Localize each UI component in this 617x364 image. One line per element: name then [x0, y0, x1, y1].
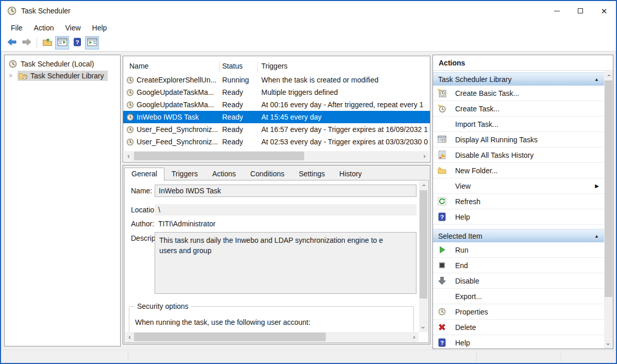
scroll-left-icon[interactable]: ‹ [125, 332, 134, 342]
details-horizontal-scrollbar[interactable]: ‹ › [125, 332, 419, 342]
action-item-label: Properties [455, 308, 488, 316]
actions-panel-body: Task Scheduler Library ▲ Create Basic Ta… [433, 71, 604, 349]
name-field[interactable]: InWebo IWDS Task [155, 185, 416, 197]
task-details-panel: General Triggers Actions Conditions Sett… [123, 165, 430, 344]
task-row[interactable]: User_Feed_Synchroniz...ReadyAt 16:57 eve… [123, 123, 430, 136]
tab-triggers[interactable]: Triggers [164, 167, 205, 180]
column-header-triggers[interactable]: Triggers [261, 62, 288, 70]
back-button[interactable] [5, 36, 19, 49]
menu-help[interactable]: Help [87, 22, 113, 34]
task-list-horizontal-scrollbar[interactable]: ‹ › [124, 151, 429, 161]
minimize-button[interactable] [545, 1, 569, 21]
tab-actions[interactable]: Actions [205, 167, 243, 180]
section-header-task-scheduler-library[interactable]: Task Scheduler Library ▲ [433, 72, 604, 86]
menu-file[interactable]: File [5, 22, 28, 34]
actions-vertical-scrollbar[interactable]: › › [604, 71, 613, 349]
scroll-right-icon[interactable]: › [420, 151, 429, 161]
menu-action[interactable]: Action [28, 22, 60, 34]
action-item-run[interactable]: Run [433, 242, 604, 258]
maximize-button[interactable] [569, 1, 592, 21]
collapse-arrow-icon[interactable]: ▲ [594, 234, 599, 239]
help-button[interactable]: ? [70, 36, 84, 49]
action-item-create-task[interactable]: Create Task... [433, 101, 604, 117]
section-header-selected-item[interactable]: Selected Item ▲ [433, 229, 604, 242]
action-item-help[interactable]: ?Help [433, 335, 604, 349]
expander-chevron-icon[interactable]: > [9, 72, 16, 79]
menu-bar: File Action View Help [1, 21, 616, 35]
scroll-down-icon[interactable]: › [604, 340, 613, 349]
action-item-display-all-running-tasks[interactable]: Display All Running Tasks [433, 132, 604, 147]
clock-icon [126, 89, 134, 96]
help-icon: ? [72, 38, 82, 48]
collapse-arrow-icon[interactable]: ▲ [594, 77, 599, 82]
scroll-down-icon[interactable]: › [419, 323, 428, 332]
column-header-name[interactable]: Name [129, 62, 148, 70]
action-item-disable-all-tasks-history[interactable]: Disable All Tasks History [433, 147, 604, 163]
task-status: Ready [222, 125, 256, 134]
task-name: InWebo IWDS Task [137, 113, 219, 121]
close-button[interactable]: ✕ [592, 1, 616, 21]
scroll-thumb[interactable] [134, 333, 326, 341]
column-header-status[interactable]: Status [222, 62, 243, 70]
column-divider[interactable] [219, 61, 220, 72]
tree-item-task-scheduler-library[interactable]: > Task Scheduler Library [5, 70, 120, 81]
task-triggers: When the task is created or modified [261, 76, 430, 84]
task-triggers: At 15:45 every day [261, 113, 430, 121]
task-row[interactable]: CreateExplorerShellUn...RunningWhen the … [123, 74, 430, 86]
scroll-up-icon[interactable]: › [604, 71, 613, 80]
action-item-new-folder[interactable]: New Folder... [433, 163, 604, 178]
new-folder-icon [438, 166, 447, 175]
action-item-refresh[interactable]: Refresh [433, 194, 604, 209]
action-item-export[interactable]: Export... [433, 289, 604, 304]
action-pane-button[interactable] [85, 36, 99, 49]
scroll-left-icon[interactable]: ‹ [124, 151, 133, 161]
export-list-icon [42, 38, 53, 48]
create-basic-task-icon [438, 89, 447, 97]
action-item-disable[interactable]: Disable [433, 273, 604, 289]
console-tree-button[interactable] [55, 36, 69, 49]
action-item-properties[interactable]: Properties [433, 304, 604, 320]
forward-arrow-icon [22, 38, 32, 48]
action-item-help[interactable]: ?Help [433, 209, 604, 225]
action-item-import-task[interactable]: Import Task... [433, 117, 604, 132]
scroll-thumb[interactable] [420, 190, 427, 299]
tab-general[interactable]: General [124, 168, 164, 181]
status-bar [1, 350, 616, 363]
action-item-view[interactable]: View▶ [433, 178, 604, 194]
scroll-thumb[interactable] [134, 152, 304, 160]
tab-conditions[interactable]: Conditions [243, 167, 292, 180]
status-bar-divider [561, 352, 561, 361]
properties-icon [438, 307, 447, 316]
column-divider[interactable] [257, 61, 258, 72]
help-icon: ? [438, 212, 447, 221]
details-vertical-scrollbar[interactable]: › › [419, 181, 428, 332]
clock-icon [126, 126, 134, 134]
tab-history[interactable]: History [332, 167, 369, 180]
action-item-create-basic-task[interactable]: Create Basic Task... [433, 86, 604, 101]
tab-settings[interactable]: Settings [292, 167, 332, 180]
action-item-label: Delete [455, 323, 476, 332]
svg-text:?: ? [440, 339, 444, 346]
clock-icon [126, 138, 134, 146]
console-tree-icon [57, 38, 68, 48]
description-field[interactable]: This task runs daily the Inwebo and LDAP… [155, 232, 416, 294]
menu-view[interactable]: View [59, 22, 86, 34]
action-item-end[interactable]: End [433, 258, 604, 273]
author-value: TITI\Administrator [158, 220, 215, 228]
scroll-right-icon[interactable]: › [410, 332, 419, 342]
forward-button[interactable] [20, 36, 34, 49]
tree-item-task-scheduler-local[interactable]: Task Scheduler (Local) [5, 58, 120, 70]
scroll-up-icon[interactable]: › [419, 181, 428, 190]
task-name: GoogleUpdateTaskMa... [137, 88, 219, 96]
action-item-label: Help [455, 213, 470, 221]
export-list-button[interactable] [40, 36, 54, 49]
task-row[interactable]: GoogleUpdateTaskMa...ReadyMultiple trigg… [123, 86, 430, 98]
task-row[interactable]: GoogleUpdateTaskMa...ReadyAt 00:16 every… [123, 98, 430, 111]
task-list-panel: Name Status Triggers CreateExplorerShell… [123, 56, 430, 162]
task-triggers: At 02:53 every day - Trigger expires at … [261, 138, 430, 146]
task-status: Ready [222, 88, 256, 96]
scroll-thumb[interactable] [605, 80, 612, 297]
action-item-delete[interactable]: Delete [433, 320, 604, 335]
task-row[interactable]: InWebo IWDS TaskReadyAt 15:45 every day [123, 111, 430, 123]
task-row[interactable]: User_Feed_Synchroniz...ReadyAt 02:53 eve… [123, 136, 430, 148]
